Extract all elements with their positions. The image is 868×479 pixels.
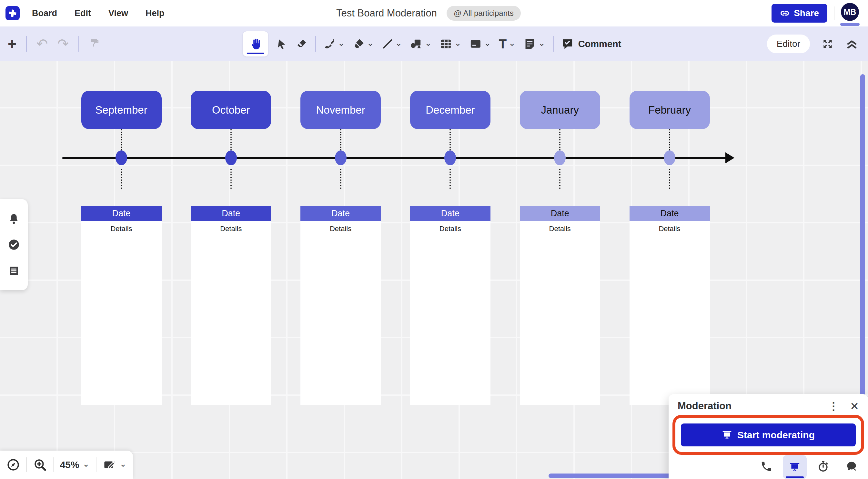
left-side-panel xyxy=(0,199,28,290)
line-icon xyxy=(381,38,393,50)
pen-tool-button[interactable]: ⌄ xyxy=(323,38,345,50)
timeline-column[interactable]: September Date Details xyxy=(81,91,162,129)
date-label: Date xyxy=(331,209,350,218)
collapse-toolbar-icon[interactable] xyxy=(845,37,858,50)
chevron-down-icon[interactable]: ⌄ xyxy=(484,39,491,47)
header-divider xyxy=(834,6,834,20)
comment-icon xyxy=(561,38,574,50)
month-card[interactable]: December xyxy=(410,91,491,129)
frame-tool-dropdown[interactable]: ⌄ xyxy=(103,458,127,472)
avatar[interactable]: MB xyxy=(841,3,859,21)
chevron-down-icon[interactable]: ⌄ xyxy=(425,39,432,47)
details-label: Details xyxy=(549,224,571,405)
sticky-note-icon xyxy=(523,37,536,50)
text-tool-button[interactable]: T ⌄ xyxy=(499,37,516,50)
chevron-down-icon[interactable]: ⌄ xyxy=(454,39,461,47)
comment-tool-button[interactable]: Comment xyxy=(561,38,621,50)
select-tool-button[interactable] xyxy=(276,38,287,50)
participants-badge[interactable]: @ All participants xyxy=(446,6,521,21)
timeline-axis[interactable] xyxy=(62,157,726,159)
close-icon[interactable]: ✕ xyxy=(850,401,859,412)
moderation-footer-tabs xyxy=(754,454,864,479)
menu-help[interactable]: Help xyxy=(146,8,164,19)
date-header-bar[interactable]: Date xyxy=(410,206,491,221)
chevron-down-icon[interactable]: ⌄ xyxy=(367,39,374,47)
shapes-tool-button[interactable]: ⌄ xyxy=(410,37,432,50)
kebab-menu-icon[interactable]: ⋮ xyxy=(828,400,839,412)
month-card[interactable]: January xyxy=(520,91,600,129)
date-header-bar[interactable]: Date xyxy=(520,206,600,221)
notifications-bell-icon[interactable] xyxy=(8,213,20,225)
timeline-node xyxy=(554,150,566,165)
line-tool-button[interactable]: ⌄ xyxy=(381,38,402,50)
toolbar-divider xyxy=(553,36,554,52)
details-card[interactable]: Details xyxy=(191,221,271,405)
date-header-bar[interactable]: Date xyxy=(81,206,162,221)
date-header-bar[interactable]: Date xyxy=(629,206,710,221)
highlighter-tool-button[interactable]: ⌄ xyxy=(353,38,374,50)
fullscreen-icon[interactable] xyxy=(822,38,834,50)
undo-icon[interactable]: ↶ xyxy=(36,37,48,51)
timeline-column[interactable]: February Date Details xyxy=(629,91,710,129)
share-button[interactable]: Share xyxy=(772,4,827,23)
date-header-bar[interactable]: Date xyxy=(191,206,271,221)
menu-view[interactable]: View xyxy=(108,8,128,19)
details-card[interactable]: Details xyxy=(81,221,162,405)
add-item-button[interactable]: + xyxy=(8,36,17,51)
frame-pen-icon xyxy=(103,458,117,472)
details-card[interactable]: Details xyxy=(629,221,710,405)
vertical-scrollbar[interactable] xyxy=(860,74,865,401)
compass-icon[interactable] xyxy=(6,458,20,472)
details-card[interactable]: Details xyxy=(301,221,381,405)
chevron-down-icon[interactable]: ⌄ xyxy=(395,39,402,47)
connector-dotted-line xyxy=(121,169,122,189)
date-header-bar[interactable]: Date xyxy=(301,206,381,221)
app-logo[interactable] xyxy=(5,6,20,20)
share-label: Share xyxy=(794,8,819,19)
zoom-in-icon[interactable] xyxy=(33,458,47,472)
chevron-down-icon[interactable]: ⌄ xyxy=(508,39,516,47)
connector-dotted-line xyxy=(230,129,232,150)
menu-edit[interactable]: Edit xyxy=(74,8,91,19)
toolbar-divider xyxy=(79,36,79,52)
hand-tool-button[interactable] xyxy=(243,31,268,57)
timeline-column[interactable]: December Date Details xyxy=(410,91,491,129)
timeline-column[interactable]: October Date Details xyxy=(191,91,271,129)
agenda-list-icon[interactable] xyxy=(8,265,20,277)
tasks-check-icon[interactable] xyxy=(7,238,20,251)
details-card[interactable]: Details xyxy=(520,221,600,405)
month-card[interactable]: October xyxy=(191,91,271,129)
annotation-highlight-ring: Start moderating xyxy=(673,415,864,455)
divider xyxy=(96,457,96,472)
card-tool-button[interactable]: ⌄ xyxy=(469,37,491,50)
month-label: September xyxy=(95,104,147,116)
copy-style-icon[interactable] xyxy=(89,37,101,51)
start-moderating-button[interactable]: Start moderating xyxy=(681,423,856,446)
zoom-level-value: 45% xyxy=(60,459,80,470)
timeline-node xyxy=(664,150,675,165)
board-title[interactable]: Test Board Moderation xyxy=(336,7,437,19)
details-card[interactable]: Details xyxy=(410,221,491,405)
chevron-down-icon[interactable]: ⌄ xyxy=(338,39,345,47)
moderation-tab-icon[interactable] xyxy=(783,455,807,479)
redo-icon[interactable]: ↷ xyxy=(57,37,69,51)
month-card[interactable]: September xyxy=(81,91,162,129)
month-card[interactable]: November xyxy=(301,91,381,129)
board-canvas[interactable]: September Date Details October Date Deta… xyxy=(0,61,868,479)
editor-role-button[interactable]: Editor xyxy=(767,34,810,53)
call-phone-icon[interactable] xyxy=(754,455,778,478)
sticky-note-tool-button[interactable]: ⌄ xyxy=(523,37,545,50)
month-card[interactable]: February xyxy=(629,91,710,129)
zoom-level-dropdown[interactable]: 45% ⌄ xyxy=(60,459,90,470)
table-icon xyxy=(439,37,453,50)
timeline-column[interactable]: January Date Details xyxy=(520,91,600,129)
timeline-column[interactable]: November Date Details xyxy=(301,91,381,129)
chevron-down-icon[interactable]: ⌄ xyxy=(538,39,545,47)
menu-board[interactable]: Board xyxy=(32,8,57,19)
chat-icon[interactable] xyxy=(840,455,864,478)
timer-icon[interactable] xyxy=(811,455,835,478)
eraser-tool-button[interactable] xyxy=(295,38,308,50)
timeline-arrowhead xyxy=(725,152,735,163)
toolbar-divider xyxy=(26,36,27,52)
table-tool-button[interactable]: ⌄ xyxy=(439,37,461,50)
